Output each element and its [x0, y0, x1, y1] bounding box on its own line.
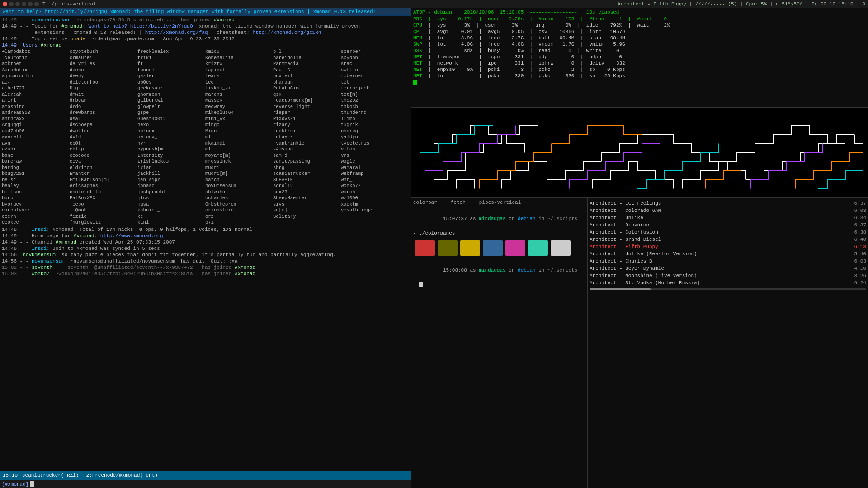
music-title: Architect - Colorfusion	[590, 229, 847, 236]
bottom-right: colorbar fetch pipes-vertical 15:07:37 a…	[411, 198, 868, 488]
msg-line: extensions | xmonad 0.13 released! | htt…	[2, 29, 409, 36]
swatch-yellow	[460, 240, 480, 256]
window-controls	[3, 2, 39, 6]
atop-row-net3: NET | enp8s0 0% | pcki 3 | pcko 2 | sp 0…	[413, 66, 866, 73]
music-duration: 6:03	[850, 258, 866, 265]
fetch-tabs: colorbar fetch pipes-vertical	[413, 200, 585, 205]
status-time: 15:10	[3, 473, 18, 478]
tab-pipes[interactable]: pipes-vertical	[479, 200, 521, 205]
msg-line: 15:02 -!- seventh__ ~seventh__@unaffilia…	[2, 264, 409, 271]
dot4	[22, 2, 26, 6]
fetch-prompt: -	[413, 281, 585, 288]
music-track-1[interactable]: Architect - Colorado 6AM6:03	[590, 207, 866, 214]
music-title: Architect - Grand Diesel	[590, 236, 847, 243]
main-layout: Want to help? http://bit.ly/2nYjqpQ xmon…	[0, 8, 868, 488]
cursor-block	[30, 481, 34, 487]
msg-line: 14:49 -!- Topic for #xmonad: Want to hel…	[2, 23, 409, 29]
music-progress-bar[interactable]	[590, 288, 866, 290]
atop-row-dsk: DSK | sda | busy 0% | read 0 | write 0	[413, 47, 866, 54]
atop-row-cpl: CPL | avg1 0.01 | avg5 0.05 | csw 10366 …	[413, 28, 866, 35]
irc-messages[interactable]: 14:49 -!- scaniatrucker ~mindaugaso70-56…	[0, 16, 411, 471]
atop-row-swp: SWP | tot 4.0G | free 4.0G | vmcom 1.7G …	[413, 41, 866, 47]
music-duration: 5:40	[850, 250, 866, 258]
music-duration: 9:24	[850, 279, 866, 286]
music-title: Architect - ICL Feelings	[590, 200, 847, 207]
music-track-6[interactable]: Architect - Fifth Puppy6:18	[590, 243, 866, 250]
music-track-2[interactable]: Architect - Unlike6:34	[590, 214, 866, 221]
music-duration: 6:34	[850, 214, 866, 221]
music-duration: 6:37	[850, 200, 866, 207]
music-title: Architect - Colorado 6AM	[590, 207, 847, 214]
music-title: Architect - Fifth Puppy	[590, 243, 847, 250]
music-duration: 6:03	[850, 207, 866, 214]
msg-line: 14:56 novumsensum so many puzzle pieces …	[2, 252, 409, 258]
tab-colorbar[interactable]: colorbar	[413, 200, 437, 205]
music-duration: 3:26	[850, 272, 866, 279]
msg-line: 14:49 -!- scaniatrucker ~mindaugaso70-56…	[2, 17, 409, 23]
music-duration: 6:37	[850, 221, 866, 229]
tab-label: T ./pipes-vertical	[42, 1, 96, 7]
atop-row-mem: MEM | tot 3.9G | free 2.7G | buff 60.4M …	[413, 35, 866, 41]
music-title: Architect - Moonshine (Live Version)	[590, 272, 847, 279]
music-title: Architect - Beyer Dynamic	[590, 265, 847, 272]
user-list: +lambdabotcoyotebushfrecklealexkmicup_ls…	[2, 49, 409, 226]
pipes-section	[411, 108, 868, 198]
dot3	[15, 2, 20, 6]
music-title: Architect - Dievorce	[590, 221, 847, 229]
music-title: Architect - Unlike	[590, 214, 847, 221]
top-bar: T ./pipes-vertical Architect - Fifth Pup…	[0, 0, 868, 8]
music-progress-fill	[590, 288, 651, 290]
music-duration: 6:40	[850, 236, 866, 243]
highlight-bar: Want to help? http://bit.ly/2nYjqpQ xmon…	[0, 8, 411, 16]
music-section: Architect - ICL Feelings6:37Architect - …	[588, 198, 868, 488]
status-user: scaniatrucker( RZi)	[22, 473, 79, 478]
status-bar: 15:10 scaniatrucker( RZi) 2:Freenode/#xm…	[0, 471, 411, 480]
atop-row-net2: NET | network | ipo 331 | ipfrw 0 | deli…	[413, 60, 866, 66]
atop-row-prc: PRC | sys 0.17s | user 0.28s | #proc 193…	[413, 16, 866, 22]
fetch-line2: - ./colorpanes	[413, 230, 585, 237]
music-title: Architect - Unlike (Reaktor Version)	[590, 250, 847, 258]
swatch-red	[415, 240, 435, 256]
msg-line: 14:49 -!- Channel #xmonad created Wed Ap…	[2, 239, 409, 245]
music-title: Architect - Charles B	[590, 258, 847, 265]
right-info: Architect - Fifth Puppy | /////----- (5)…	[618, 1, 865, 7]
colorbar-swatches	[415, 240, 584, 256]
music-track-3[interactable]: Architect - Dievorce6:37	[590, 221, 866, 229]
atop-row-net1: NET | transport | tcpo 331 | udpi 0 | ud…	[413, 54, 866, 60]
tab-fetch[interactable]: fetch	[451, 200, 466, 205]
msg-line: 14:49 -!- Irssi: #xmonad: Total of 174 n…	[2, 226, 409, 233]
fetch-line3: 15:08:08 as mindaugas on debian in ~/.sc…	[413, 259, 585, 281]
atop-section: ATOP - debian 2018/10/06 15:10:05 ------…	[411, 8, 868, 108]
atop-row-net4: NET | lo ---- | pcki 330 | pcko 330 | sp…	[413, 73, 866, 79]
music-list: Architect - ICL Feelings6:37Architect - …	[590, 200, 866, 286]
swatch-teal	[528, 240, 548, 256]
swatch-white	[551, 240, 571, 256]
swatch-blue	[483, 240, 503, 256]
right-panel: ATOP - debian 2018/10/06 15:10:05 ------…	[411, 8, 868, 488]
msg-line: 15:03 -!- wonko7 ~wonko7@2a01:e35:2ffb:7…	[2, 271, 409, 277]
music-title: Architect - St. Vodka (Mother Russia)	[590, 279, 847, 286]
atop-row-cpu: CPU | sys 3% | user 3% | irq 0% | idle 7…	[413, 22, 866, 28]
dot5	[28, 2, 33, 6]
music-track-8[interactable]: Architect - Charles B6:03	[590, 258, 866, 265]
dot6	[34, 2, 39, 6]
status-channel: 2:Freenode/#xmonad( cnt)	[86, 473, 157, 478]
irc-panel: Want to help? http://bit.ly/2nYjqpQ xmon…	[0, 8, 411, 488]
music-track-11[interactable]: Architect - St. Vodka (Mother Russia)9:2…	[590, 279, 866, 286]
close-dot[interactable]	[3, 2, 7, 6]
irc-prompt: [#xmonad]	[2, 482, 28, 487]
fetch-user: mindaugas	[479, 216, 505, 221]
music-track-5[interactable]: Architect - Grand Diesel6:40	[590, 236, 866, 243]
fetch-colorbar: colorbar fetch pipes-vertical 15:07:37 a…	[411, 198, 588, 488]
swatch-pink	[505, 240, 525, 256]
msg-line: 14:49 -!- Home page for #xmonad: http://…	[2, 233, 409, 239]
dot2	[9, 2, 14, 6]
msg-line: 14:49 -!- Topic set by pmade ~ident@mail…	[2, 36, 409, 42]
music-track-10[interactable]: Architect - Moonshine (Live Version)3:26	[590, 272, 866, 279]
irc-input-bar: [#xmonad]	[0, 480, 411, 488]
music-track-9[interactable]: Architect - Beyer Dynamic4:10	[590, 265, 866, 272]
music-duration: 4:10	[850, 265, 866, 272]
music-track-7[interactable]: Architect - Unlike (Reaktor Version)5:40	[590, 250, 866, 258]
music-track-0[interactable]: Architect - ICL Feelings6:37	[590, 200, 866, 207]
music-track-4[interactable]: Architect - Colorfusion6:38	[590, 229, 866, 236]
